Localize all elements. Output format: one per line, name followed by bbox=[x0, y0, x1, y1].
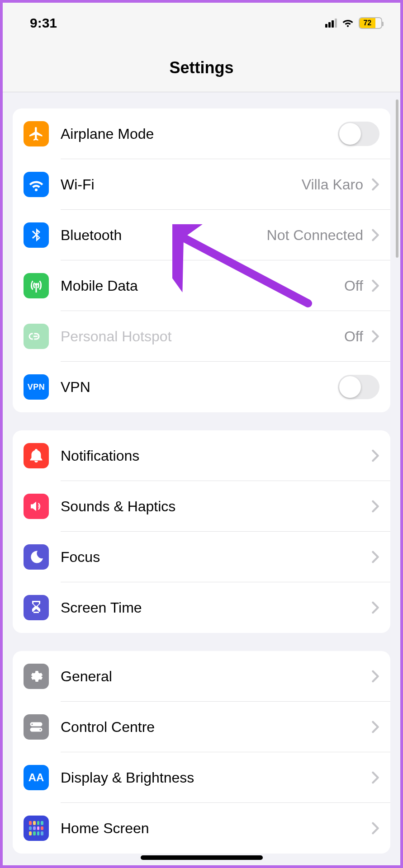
chevron-right-icon bbox=[371, 670, 379, 683]
wifi-icon bbox=[24, 172, 49, 197]
chevron-right-icon bbox=[371, 771, 379, 784]
home-indicator[interactable] bbox=[141, 855, 263, 860]
settings-content[interactable]: Airplane Mode Wi-Fi Villa Karo Bluetooth bbox=[3, 92, 400, 865]
row-label: Home Screen bbox=[61, 820, 149, 837]
battery-level: 72 bbox=[360, 18, 375, 28]
row-wifi[interactable]: Wi-Fi Villa Karo bbox=[13, 159, 390, 210]
settings-group-connectivity: Airplane Mode Wi-Fi Villa Karo Bluetooth bbox=[13, 108, 390, 412]
settings-group-general: General Control Centre AA Display & Brig… bbox=[13, 651, 390, 854]
link-icon bbox=[24, 324, 49, 349]
row-value: Not Connected bbox=[267, 227, 363, 244]
row-label: VPN bbox=[61, 379, 90, 396]
status-right: 72 bbox=[325, 15, 382, 31]
gear-icon bbox=[24, 664, 49, 689]
row-label: General bbox=[61, 668, 112, 685]
speaker-icon bbox=[24, 494, 49, 519]
row-mobile-data[interactable]: Mobile Data Off bbox=[13, 260, 390, 311]
row-display-brightness[interactable]: AA Display & Brightness bbox=[13, 752, 390, 803]
cellular-signal-icon bbox=[325, 19, 337, 28]
ios-settings-screen: 9:31 72 Settings Airplane Mode bbox=[3, 3, 400, 865]
chevron-right-icon bbox=[371, 551, 379, 563]
row-label: Sounds & Haptics bbox=[61, 498, 175, 515]
bell-icon bbox=[24, 443, 49, 468]
vpn-toggle[interactable] bbox=[338, 375, 379, 399]
status-time: 9:31 bbox=[30, 15, 57, 31]
row-label: Screen Time bbox=[61, 599, 142, 616]
row-bluetooth[interactable]: Bluetooth Not Connected bbox=[13, 210, 390, 260]
row-label: Display & Brightness bbox=[61, 769, 194, 786]
row-label: Notifications bbox=[61, 448, 139, 464]
row-label: Control Centre bbox=[61, 719, 155, 736]
nav-header: Settings bbox=[3, 43, 400, 92]
airplane-toggle[interactable] bbox=[338, 122, 379, 146]
row-sounds[interactable]: Sounds & Haptics bbox=[13, 481, 390, 532]
chevron-right-icon bbox=[371, 229, 379, 241]
chevron-right-icon bbox=[371, 279, 379, 292]
vpn-icon: VPN bbox=[24, 374, 49, 400]
wifi-status-icon bbox=[341, 15, 354, 31]
chevron-right-icon bbox=[371, 721, 379, 733]
chevron-right-icon bbox=[371, 330, 379, 343]
settings-group-notifications: Notifications Sounds & Haptics Focus bbox=[13, 430, 390, 633]
row-focus[interactable]: Focus bbox=[13, 532, 390, 582]
row-notifications[interactable]: Notifications bbox=[13, 430, 390, 481]
row-label: Focus bbox=[61, 549, 100, 566]
chevron-right-icon bbox=[371, 500, 379, 513]
row-airplane-mode[interactable]: Airplane Mode bbox=[13, 108, 390, 159]
row-label: Wi-Fi bbox=[61, 176, 95, 193]
chevron-right-icon bbox=[371, 601, 379, 614]
row-value: Off bbox=[344, 328, 363, 345]
row-label: Bluetooth bbox=[61, 227, 122, 244]
row-value: Villa Karo bbox=[302, 176, 363, 193]
status-bar: 9:31 72 bbox=[3, 3, 400, 43]
row-label: Personal Hotspot bbox=[61, 328, 171, 345]
chevron-right-icon bbox=[371, 178, 379, 191]
row-vpn[interactable]: VPN VPN bbox=[13, 362, 390, 412]
moon-icon bbox=[24, 544, 49, 570]
antenna-icon bbox=[24, 273, 49, 298]
battery-icon: 72 bbox=[359, 17, 382, 29]
hourglass-icon bbox=[24, 595, 49, 620]
row-control-centre[interactable]: Control Centre bbox=[13, 702, 390, 752]
row-value: Off bbox=[344, 278, 363, 294]
row-label: Airplane Mode bbox=[61, 126, 154, 142]
row-general[interactable]: General bbox=[13, 651, 390, 702]
chevron-right-icon bbox=[371, 822, 379, 835]
row-home-screen[interactable]: Home Screen bbox=[13, 803, 390, 854]
airplane-icon bbox=[24, 121, 49, 146]
chevron-right-icon bbox=[371, 449, 379, 462]
aa-icon: AA bbox=[24, 765, 49, 790]
row-screen-time[interactable]: Screen Time bbox=[13, 582, 390, 633]
row-personal-hotspot[interactable]: Personal Hotspot Off bbox=[13, 311, 390, 362]
scroll-indicator bbox=[396, 99, 398, 258]
switches-icon bbox=[24, 714, 49, 740]
row-label: Mobile Data bbox=[61, 278, 138, 294]
bluetooth-icon bbox=[24, 222, 49, 248]
page-title: Settings bbox=[169, 58, 233, 77]
home-grid-icon bbox=[24, 816, 49, 841]
